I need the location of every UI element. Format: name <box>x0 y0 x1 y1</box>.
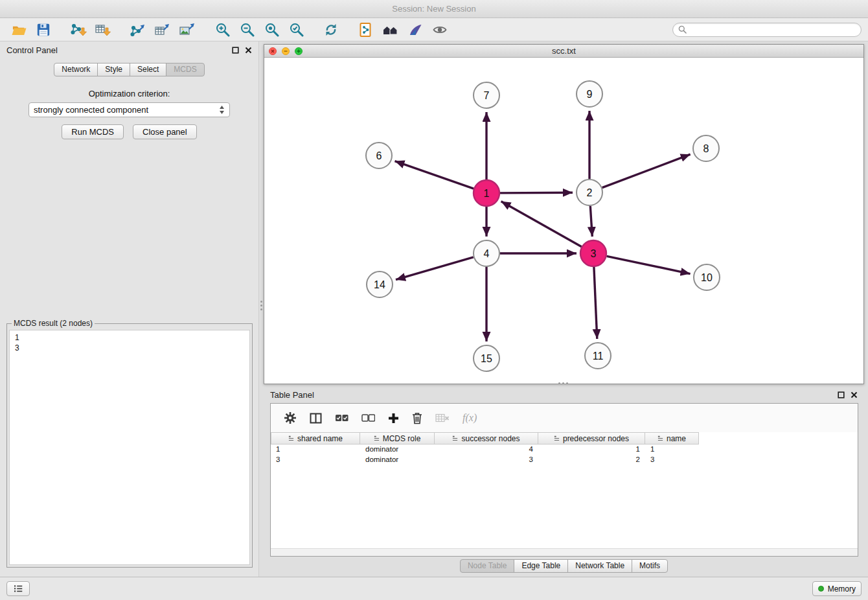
memory-button[interactable]: Memory <box>812 581 862 596</box>
column-header-shared-name[interactable]: shared name <box>271 432 360 444</box>
table-cell[interactable]: 1 <box>538 444 645 455</box>
overview-button[interactable] <box>378 20 403 40</box>
node-label: 15 <box>481 353 492 364</box>
zoom-selected-icon <box>289 22 304 37</box>
delete-table-button[interactable] <box>435 408 450 428</box>
tab-mcds[interactable]: MCDS <box>166 63 204 76</box>
edge-4-14[interactable] <box>396 257 474 280</box>
edge-2-8[interactable] <box>602 154 691 187</box>
tab-node-table[interactable]: Node Table <box>460 559 515 573</box>
table-body: 1dominator4113dominator323 <box>271 444 858 465</box>
network-canvas[interactable]: 7968124314101511 <box>264 58 863 384</box>
edge-3-1[interactable] <box>501 202 582 247</box>
gear-icon <box>284 411 297 424</box>
tab-select[interactable]: Select <box>130 63 166 76</box>
styles-button[interactable] <box>403 20 428 40</box>
export-network-button[interactable] <box>126 20 150 40</box>
export-image-button[interactable] <box>175 20 200 40</box>
deselect-all-button[interactable] <box>361 408 375 428</box>
edge-1-6[interactable] <box>395 161 474 189</box>
table-cell[interactable]: 4 <box>435 444 538 455</box>
node-7[interactable]: 7 <box>474 82 499 108</box>
import-table-button[interactable] <box>91 20 115 40</box>
export-image-icon <box>179 23 196 37</box>
show-hide-button[interactable] <box>428 20 452 40</box>
float-panel-icon[interactable] <box>232 47 239 54</box>
network-window-titlebar[interactable]: scc.txt <box>264 45 863 58</box>
close-panel-button[interactable]: Close panel <box>133 124 197 139</box>
close-icon <box>271 49 275 53</box>
open-session-button[interactable] <box>6 20 31 40</box>
table-cell[interactable]: 1 <box>271 444 360 455</box>
column-header-name[interactable]: name <box>645 432 699 444</box>
select-all-button[interactable] <box>335 408 348 428</box>
first-neighbors-button[interactable] <box>354 20 378 40</box>
node-2[interactable]: 2 <box>577 179 602 205</box>
task-history-button[interactable] <box>6 581 30 596</box>
tab-motifs[interactable]: Motifs <box>632 559 668 573</box>
panel-splitter-handle[interactable] <box>259 297 264 314</box>
tab-network[interactable]: Network <box>54 63 98 76</box>
node-15[interactable]: 15 <box>474 345 499 371</box>
add-column-button[interactable] <box>388 408 399 428</box>
zoom-out-button[interactable] <box>234 20 259 40</box>
table-cell[interactable]: 3 <box>645 455 699 465</box>
mcds-result-title: MCDS result (2 nodes) <box>12 319 95 328</box>
float-panel-icon[interactable] <box>838 391 845 398</box>
node-label: 10 <box>701 272 713 283</box>
table-cell[interactable]: dominator <box>360 444 435 455</box>
zoom-fit-button[interactable] <box>259 20 284 40</box>
table-row[interactable]: 3dominator323 <box>271 455 858 465</box>
close-panel-icon[interactable] <box>851 391 858 398</box>
window-minimize-button[interactable] <box>282 47 290 55</box>
table-cell[interactable]: dominator <box>360 455 435 465</box>
table-cell[interactable]: 1 <box>645 444 699 455</box>
table-settings-button[interactable] <box>284 408 297 428</box>
node-6[interactable]: 6 <box>366 143 392 168</box>
criterion-select[interactable]: strongly connected component <box>29 102 230 117</box>
table-panel: Table Panel <box>264 387 864 577</box>
column-header-predecessor-nodes[interactable]: predecessor nodes <box>538 432 645 444</box>
run-mcds-button[interactable]: Run MCDS <box>62 124 124 139</box>
show-columns-button[interactable] <box>310 408 322 428</box>
node-4[interactable]: 4 <box>474 240 499 266</box>
edge-3-11[interactable] <box>594 267 597 339</box>
mcds-result-line: 1 <box>10 332 249 343</box>
search-input[interactable] <box>690 24 856 36</box>
network-resize-handle[interactable] <box>554 381 571 386</box>
column-header-successor-nodes[interactable]: successor nodes <box>435 432 538 444</box>
node-9[interactable]: 9 <box>577 81 602 107</box>
table-cell[interactable]: 3 <box>271 455 360 465</box>
node-14[interactable]: 14 <box>367 271 393 297</box>
node-1[interactable]: 1 <box>474 180 499 206</box>
edge-3-10[interactable] <box>607 256 691 273</box>
refresh-button[interactable] <box>319 20 343 40</box>
save-session-button[interactable] <box>31 20 56 40</box>
zoom-in-button[interactable] <box>210 20 234 40</box>
close-panel-icon[interactable] <box>245 47 252 54</box>
search-box[interactable] <box>672 23 862 37</box>
edge-1-2[interactable] <box>500 192 573 193</box>
node-10[interactable]: 10 <box>694 264 720 290</box>
zoom-selected-button[interactable] <box>284 20 308 40</box>
node-3[interactable]: 3 <box>580 240 606 266</box>
table-cell[interactable]: 2 <box>538 455 645 465</box>
node-8[interactable]: 8 <box>693 135 719 161</box>
table-hscrollbar[interactable] <box>271 548 858 556</box>
delete-column-button[interactable] <box>412 408 422 428</box>
tab-edge-table[interactable]: Edge Table <box>514 559 568 573</box>
node-11[interactable]: 11 <box>585 343 611 369</box>
import-network-button[interactable] <box>66 20 91 40</box>
table-row[interactable]: 1dominator411 <box>271 444 858 455</box>
column-header-MCDS-role[interactable]: MCDS role <box>360 432 435 444</box>
tab-style[interactable]: Style <box>97 63 130 76</box>
window-close-button[interactable] <box>269 47 277 55</box>
tab-network-table[interactable]: Network Table <box>567 559 632 573</box>
function-builder-button[interactable]: f(x) <box>463 408 477 428</box>
window-zoom-button[interactable] <box>295 47 303 55</box>
table-cell[interactable]: 3 <box>435 455 538 465</box>
node-label: 14 <box>374 279 385 290</box>
column-attribute-icon <box>452 435 458 441</box>
export-table-button[interactable] <box>150 20 175 40</box>
edge-2-3[interactable] <box>590 206 592 237</box>
